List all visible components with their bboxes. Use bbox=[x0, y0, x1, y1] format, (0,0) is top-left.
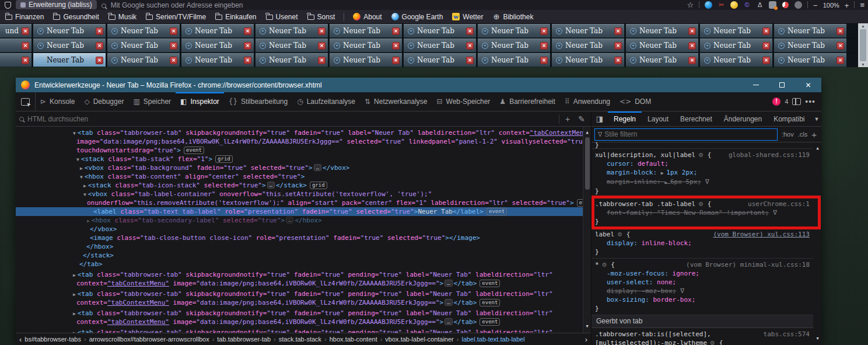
markup-line[interactable]: ▶<vbox class="tab-background" fadein="tr… bbox=[16, 163, 583, 172]
event-badge[interactable]: event bbox=[480, 280, 500, 287]
tab-close-button[interactable]: ✕ bbox=[244, 42, 251, 50]
expand-ellipsis[interactable]: … bbox=[444, 299, 452, 306]
rules-scrollbar[interactable]: ▲ ▼ bbox=[814, 142, 821, 345]
browser-tab-partial[interactable]: ✕ bbox=[0, 53, 32, 67]
filter-funnel-icon[interactable]: ∇ bbox=[680, 287, 684, 295]
tab-close-button[interactable]: ✕ bbox=[170, 42, 177, 50]
tab-close-button[interactable]: ✕ bbox=[466, 57, 474, 64]
markup-line[interactable]: context="tabContextMenu" image="data:ima… bbox=[16, 298, 583, 307]
sidebar-tab-änderungen[interactable]: Änderungen bbox=[718, 111, 768, 126]
twisty-icon[interactable]: ▼ bbox=[83, 192, 88, 197]
devtools-tab-netzwerkanalyse[interactable]: ⇅Netzwerkanalyse bbox=[360, 92, 432, 111]
breadcrumb-item[interactable]: bs#tabbrowser-tabs bbox=[24, 336, 81, 343]
tab-close-button[interactable]: ✕ bbox=[318, 57, 326, 64]
css-declaration[interactable]: -moz-user-focus: ignore; bbox=[595, 269, 810, 278]
browser-tab[interactable]: Neuer Tab✕ bbox=[330, 53, 402, 67]
browser-tab[interactable]: Neuer Tab✕ bbox=[181, 24, 254, 38]
markup-line[interactable]: ▶<stack class="tab-icon-stack" selected=… bbox=[16, 181, 583, 190]
browser-tab[interactable]: Neuer Tab✕ bbox=[552, 24, 624, 38]
scroll-down-icon[interactable]: ▼ bbox=[586, 322, 588, 331]
browser-tab[interactable]: Neuer Tab✕ bbox=[626, 53, 698, 67]
scroll-up-icon[interactable]: ▲ bbox=[861, 24, 865, 28]
twisty-icon[interactable]: ▶ bbox=[73, 273, 78, 278]
breadcrumb-scroll-left-icon[interactable]: ‹ bbox=[19, 335, 22, 344]
browser-tab[interactable]: Neuer Tab✕ bbox=[626, 39, 698, 53]
browser-tab[interactable]: Neuer Tab✕ bbox=[404, 39, 476, 53]
breadcrumb-scroll-right-icon[interactable]: › bbox=[585, 335, 587, 344]
browser-tab[interactable]: Neuer Tab✕ bbox=[700, 24, 772, 38]
breadcrumb-item[interactable]: stack.tab-stack bbox=[279, 336, 321, 343]
markup-line[interactable]: <image class="tab-close-button close-ico… bbox=[16, 234, 583, 242]
devtools-tab-laufzeitanalyse[interactable]: ◷Laufzeitanalyse bbox=[292, 92, 360, 111]
sidebar-tab-regeln[interactable]: Regeln bbox=[608, 111, 642, 126]
css-declaration[interactable]: margin-block: ▶ 1px 2px; bbox=[595, 168, 810, 177]
markup-line[interactable]: context="tabContextMenu" image="data:ima… bbox=[16, 318, 583, 326]
twisty-icon[interactable]: ▶ bbox=[83, 183, 88, 189]
tab-close-button[interactable]: ✕ bbox=[836, 57, 844, 64]
markup-line[interactable]: ▼<stack class="tab-stack" flex="1">grid bbox=[16, 155, 583, 163]
browser-tab[interactable]: Neuer Tab✕ bbox=[107, 24, 180, 38]
rule-selector[interactable]: .tabbrowser-tab .tab-label bbox=[595, 200, 695, 208]
browser-tab[interactable]: Neuer Tab✕ bbox=[404, 24, 476, 38]
breadcrumb-item[interactable]: arrowscrollbox#tabbrowser-arrowscrollbox bbox=[89, 336, 209, 343]
browser-tab-partial[interactable]: und✕ bbox=[0, 24, 32, 38]
tab-close-button[interactable]: ✕ bbox=[540, 27, 548, 35]
devtools-tab-barrierefreiheit[interactable]: ♟Barrierefreiheit bbox=[495, 92, 559, 111]
rule-selector[interactable]: * bbox=[595, 261, 599, 269]
browser-tab[interactable]: Neuer Tab✕ bbox=[626, 24, 698, 38]
style-filter-input[interactable] bbox=[604, 130, 774, 138]
tab-close-button[interactable]: ✕ bbox=[22, 42, 29, 50]
bookmark-folder[interactable]: Finanzen bbox=[1, 12, 48, 22]
css-declaration[interactable]: margin-inline: ▶ 6px 5px;∇ bbox=[595, 177, 810, 187]
expand-arrow-icon[interactable]: ▶ bbox=[664, 180, 670, 185]
bookmark-folder[interactable]: Gesundheit bbox=[49, 12, 103, 22]
collapse-sidebar-icon[interactable]: ◨ bbox=[592, 111, 608, 126]
browser-tab[interactable]: Neuer Tab✕ bbox=[478, 24, 550, 38]
markup-line[interactable]: ▼<vbox class="tab-label-container" onove… bbox=[16, 190, 583, 198]
stylesheet-link[interactable]: (vom Browser) xul.css:113 bbox=[713, 230, 810, 239]
zoom-out-button[interactable]: − bbox=[813, 2, 818, 9]
css-declaration[interactable]: display: -moz-box;∇ bbox=[595, 287, 810, 295]
markup-line[interactable]: </tab> bbox=[16, 260, 583, 269]
close-button[interactable]: ✕ bbox=[795, 78, 821, 92]
browser-tab[interactable]: Neuer Tab✕ bbox=[330, 24, 402, 38]
browser-tab[interactable]: Neuer Tab✕ bbox=[404, 53, 476, 67]
key-extension-icon[interactable] bbox=[730, 1, 738, 9]
expand-ellipsis[interactable]: … bbox=[267, 182, 275, 189]
browser-tab[interactable]: Neuer Tab✕ bbox=[478, 53, 550, 67]
scissors-extension-icon[interactable]: ✂ bbox=[718, 1, 725, 9]
breadcrumb-item[interactable]: label.tab-text.tab-label bbox=[461, 336, 524, 343]
markup-line[interactable]: image="data:image/png;base64,iVBORw0K_lL… bbox=[16, 137, 583, 146]
browser-tab[interactable]: Neuer Tab✕ bbox=[774, 39, 846, 53]
twisty-icon[interactable]: ▶ bbox=[73, 292, 78, 297]
menu-hamburger-icon[interactable]: ≡ bbox=[860, 2, 864, 9]
breadcrumb-item[interactable]: hbox.tab-content bbox=[330, 336, 377, 343]
scrollbar-thumb[interactable] bbox=[585, 137, 590, 190]
meatball-menu-icon[interactable]: ••• bbox=[805, 99, 816, 104]
css-declaration[interactable]: box-sizing: border-box; bbox=[595, 295, 810, 304]
twisty-icon[interactable]: ▶ bbox=[87, 218, 92, 224]
rule-selector[interactable]: .tabbrowser-tab:is([selected], [multisel… bbox=[595, 330, 711, 345]
expand-arrow-icon[interactable]: ▶ bbox=[661, 170, 667, 176]
browser-tab[interactable]: Neuer Tab✕ bbox=[256, 39, 328, 53]
element-picker-button[interactable] bbox=[16, 92, 36, 111]
expand-ellipsis[interactable]: … bbox=[314, 164, 321, 171]
stylesheet-link[interactable]: userChrome.css:1 bbox=[748, 200, 810, 208]
scroll-down-icon[interactable]: ▼ bbox=[816, 334, 818, 343]
bookmark-folder[interactable]: Usenet bbox=[262, 12, 302, 22]
sidebar-tab-berechnet[interactable]: Berechnet bbox=[674, 111, 718, 126]
grid-badge[interactable]: grid bbox=[310, 182, 327, 189]
markup-line[interactable]: ▶<tab class="tabbrowser-tab" skipbackgro… bbox=[16, 270, 583, 279]
tab-close-button[interactable]: ✕ bbox=[836, 42, 844, 50]
tab-close-button[interactable]: ✕ bbox=[836, 27, 844, 35]
browser-tab[interactable]: Neuer Tab✕ bbox=[330, 39, 402, 53]
scroll-down-icon[interactable]: ▼ bbox=[861, 62, 865, 67]
css-declaration[interactable]: font-family: "Times New Roman" !importan… bbox=[595, 208, 810, 217]
markup-line[interactable]: onunderflow="this.removeAttribute('texto… bbox=[16, 198, 583, 207]
bookmark-item[interactable]: Google Earth bbox=[387, 12, 447, 22]
twisty-icon[interactable]: ▶ bbox=[73, 330, 78, 333]
browser-tab[interactable]: Neuer Tab✕ bbox=[107, 39, 180, 53]
sidebar-tab-layout[interactable]: Layout bbox=[642, 111, 674, 126]
filter-funnel-icon[interactable]: ∇ bbox=[705, 178, 709, 186]
browser-tab[interactable]: Neuer Tab✕ bbox=[256, 24, 328, 38]
